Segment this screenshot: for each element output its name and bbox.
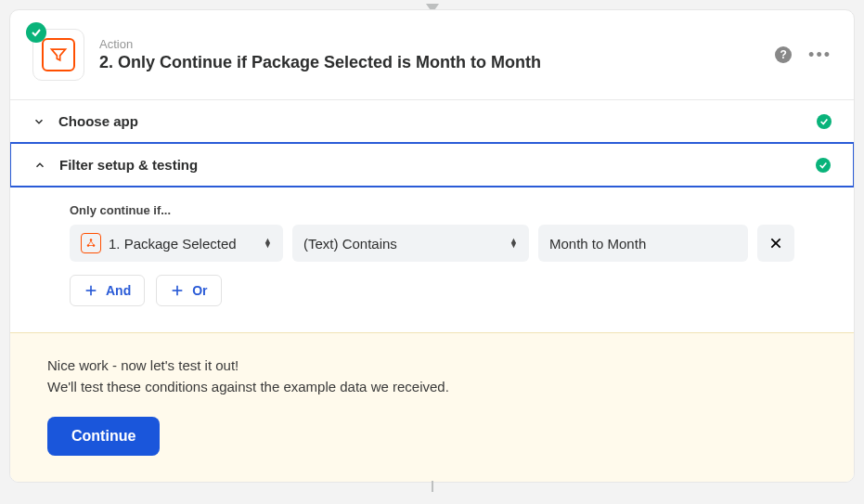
field-value-text: Month to Month [549, 236, 737, 252]
and-label: And [106, 283, 131, 298]
chevron-down-icon [32, 115, 45, 128]
section-title-filter-setup: Filter setup & testing [59, 157, 803, 173]
or-label: Or [192, 283, 207, 298]
sort-icon: ▲▼ [264, 239, 272, 248]
header-label: Action [99, 37, 760, 51]
help-icon[interactable]: ? [775, 46, 792, 63]
close-icon [768, 236, 783, 251]
more-menu-icon[interactable]: ••• [808, 45, 832, 65]
header-title: 2. Only Continue if Package Selected is … [99, 53, 760, 72]
svg-point-2 [93, 244, 96, 247]
test-line-1: Nice work - now let's test it out! [47, 357, 817, 373]
section-choose-app[interactable]: Choose app [10, 100, 854, 143]
field-source-text: 1. Package Selected [109, 236, 256, 252]
check-icon [816, 158, 831, 173]
continue-button[interactable]: Continue [47, 417, 160, 456]
action-card: Action 2. Only Continue if Package Selec… [9, 9, 855, 483]
check-icon [817, 114, 832, 129]
add-or-button[interactable]: Or [156, 275, 221, 306]
card-header: Action 2. Only Continue if Package Selec… [10, 10, 854, 100]
header-text: Action 2. Only Continue if Package Selec… [99, 37, 760, 72]
chevron-up-icon [33, 159, 46, 172]
add-and-button[interactable]: And [70, 275, 145, 306]
test-line-2: We'll test these conditions against the … [47, 379, 817, 394]
filter-icon [42, 38, 75, 71]
test-panel: Nice work - now let's test it out! We'll… [10, 332, 854, 482]
delete-condition-button[interactable] [757, 225, 794, 262]
sort-icon: ▲▼ [509, 239, 518, 248]
app-mini-icon [81, 233, 101, 253]
status-check-badge [26, 22, 46, 43]
field-source-select[interactable]: 1. Package Selected ▲▼ [70, 225, 283, 262]
plus-icon [84, 283, 98, 298]
field-value-input[interactable]: Month to Month [538, 225, 748, 262]
field-operator-text: (Text) Contains [303, 236, 502, 252]
filter-body: Only continue if... 1. Package Selected … [10, 187, 854, 332]
section-title-choose-app: Choose app [58, 113, 804, 129]
svg-point-0 [90, 239, 93, 241]
field-operator-select[interactable]: (Text) Contains ▲▼ [292, 225, 529, 262]
condition-row: 1. Package Selected ▲▼ (Text) Contains ▲… [70, 225, 794, 262]
app-icon [32, 29, 84, 81]
only-continue-label: Only continue if... [70, 203, 794, 217]
plus-icon [170, 283, 185, 298]
connector-line-bottom [432, 481, 433, 492]
section-filter-setup[interactable]: Filter setup & testing [9, 142, 855, 187]
svg-point-1 [87, 244, 90, 247]
